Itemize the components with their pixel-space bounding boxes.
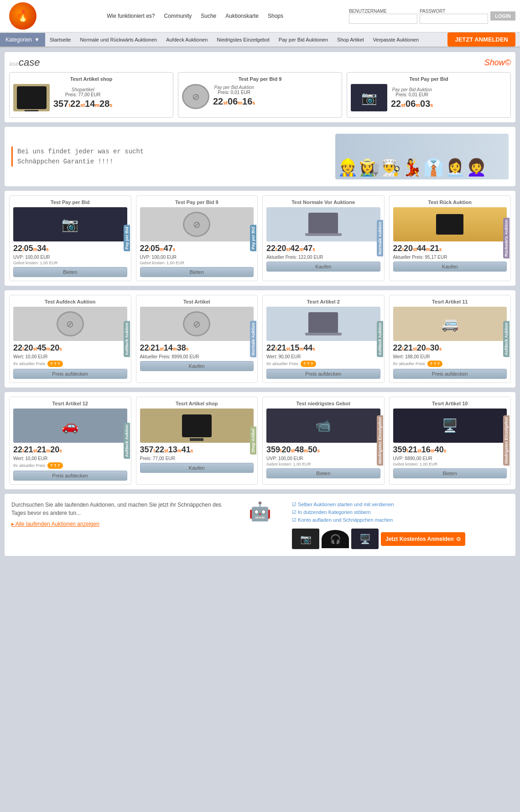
auction-grid-1: Pay per Bid Test Pay per Bid 📷 22t05m34s… <box>9 195 511 281</box>
card-niedrig1-title: Test niedrigstes Gebot <box>266 401 380 406</box>
logo-circle: 🔥 <box>9 2 36 30</box>
card-normale-img <box>266 207 380 241</box>
nav-shops[interactable]: Shops <box>268 13 283 19</box>
badge-ppb1: Pay per Bid <box>123 196 131 281</box>
auction-card-aufdeck3: Aufdeck Auktion Tesrt Artikel 11 🚐 22t21… <box>389 295 511 383</box>
subnav-normale[interactable]: Normale und Rückwärts Auktionen <box>75 33 161 46</box>
card-aufdeck1-title: Test Aufdeck Auktion <box>13 299 127 304</box>
nav-community[interactable]: Community <box>164 13 192 19</box>
logo-ase: ase <box>9 60 19 67</box>
card-aufdeck3-timer: 22t21st20m30s <box>393 343 507 353</box>
nav-suche[interactable]: Suche <box>201 13 216 19</box>
card-rueck-img <box>393 207 507 241</box>
card-aufdeck2-aktuell-row: Ihr aktueller Preis ? ? ? <box>266 361 380 367</box>
card-rueck-btn[interactable]: Kaufen <box>393 262 507 272</box>
header: 🔥 Wie funktioniert es? Community Suche A… <box>0 0 520 32</box>
footer-cta-mascot: 🤖 <box>237 501 283 522</box>
card-shop-title: Tesrt Artikel shop <box>140 401 254 406</box>
auction-card-art10: Niedrigstes Einzelgebot Tesrt Artikel 10… <box>389 397 511 485</box>
logo-flame: 🔥 <box>16 10 30 22</box>
login-area: BENUTZERNAME PASSWORT LOGIN <box>349 9 515 24</box>
card-normale2-aktuell: Aktueller Preis: 8999,00 EUR <box>140 354 254 359</box>
banner-line2: Schnäppchen Garantie !!!! <box>17 157 335 167</box>
card-aufdeck3-aktuell-row: Ihr aktueller Preis ? ? ? <box>393 361 507 367</box>
card-shop-btn[interactable]: Kaufen <box>140 463 254 473</box>
badge-rueck: Rückwärts Auktion <box>502 196 510 281</box>
card-aufdeck1-question: ? ? ? <box>47 361 63 367</box>
card-art10-btn[interactable]: Bieten <box>393 468 507 478</box>
subnav-verpasste[interactable]: Verpasste Auktionen <box>369 33 423 46</box>
footer-cta-right: Selber Auktionen starten und mit verdien… <box>292 501 509 549</box>
showcase-item-2-title: Test Pay per Bid 9 <box>182 76 338 82</box>
subnav-niedrigstes[interactable]: Niedrigstes Einzelgebot <box>212 33 274 46</box>
subnav-aufdeck[interactable]: Aufdeck Auktionen <box>161 33 212 46</box>
badge-shop-text: Shop Artikel <box>250 427 256 455</box>
badge-aufdeck2-text: Aufdeck Auktion <box>377 321 383 357</box>
auction-card-rueck: Rückwärts Auktion Test Rück Auktion 22t2… <box>389 195 511 281</box>
footer-cta-link[interactable]: ▸ Alle laufenden Auktionen anzeigen <box>11 521 99 527</box>
footer-cta-text: Durchsuchen Sie alle laufenden Auktionen… <box>11 501 228 517</box>
nav-wie[interactable]: Wie funktioniert es? <box>107 13 155 19</box>
showcase-item-1: Tesrt Artikel shop Shopartikel Preis: 77… <box>9 72 173 118</box>
subnav: Kategorien ▼ Startseite Normale und Rück… <box>0 32 520 47</box>
checklist-item-2: In dutzenden Kategorien stöbern <box>292 508 509 516</box>
kategorien[interactable]: Kategorien ▼ <box>0 33 45 47</box>
card-ppb1-btn[interactable]: Bieten <box>13 267 127 277</box>
card-aufdeck1-aktuell-label: Ihr aktueller Preis <box>13 361 45 366</box>
card-niedrig1-btn[interactable]: Bieten <box>266 468 380 478</box>
card-normale-btn[interactable]: Kaufen <box>266 262 380 272</box>
showcase-item-1-price: Preis: 77,00 EUR <box>53 92 112 97</box>
showcase-item-2: Test Pay per Bid 9 ⊘ Pay per Bid Auktion… <box>178 72 342 118</box>
mascot-icon: 🤖 <box>249 501 271 522</box>
banner: Bei uns findet jeder was er sucht Schnäp… <box>5 127 515 186</box>
product-images: 📷 🎧 🖥️ Jetzt Kostenlos Anmelden ⊙ <box>292 529 509 549</box>
badge-normale-text: Normale Auktion <box>377 220 383 257</box>
subnav-startseite[interactable]: Startseite <box>45 33 75 46</box>
password-input[interactable] <box>420 14 488 24</box>
banner-line1: Bei uns findet jeder was er sucht <box>17 147 335 157</box>
main-nav: Wie funktioniert es? Community Suche Auk… <box>41 13 349 19</box>
card-art10-title: Tesrt Artikel 10 <box>393 401 507 406</box>
showcase-item-2-type: Pay per Bid Auktion <box>213 85 255 90</box>
showcase-item-2-timer: 22st06m16s <box>213 96 255 107</box>
card-normale-timer: 22t20st42m47s <box>266 244 380 253</box>
badge-aufdeck3: Aufdeck Auktion <box>502 295 510 382</box>
laptop2-screen <box>308 312 338 333</box>
card-normale2-btn[interactable]: Kaufen <box>140 361 254 371</box>
auction-row-2: Aufdeck Auktion Test Aufdeck Auktion ⊘ 2… <box>5 290 515 388</box>
subnav-payperbid[interactable]: Pay per Bid Auktionen <box>274 33 333 46</box>
jetzt-anmelden-button[interactable]: JETZT ANMELDEN <box>447 32 515 47</box>
card-niedrig1-timer: 359t20st48m50s <box>266 445 380 455</box>
username-input[interactable] <box>349 14 417 24</box>
card-aufdeck3-aktuell-label: Ihr aktueller Preis <box>393 361 425 366</box>
subnav-shop[interactable]: Shop Artikel <box>333 33 369 46</box>
badge-aufdeck1: Aufdeck Auktion <box>123 295 131 382</box>
auction-card-normale: Normale Auktion Test Normale Vor Auktion… <box>262 195 385 281</box>
product-img-cam: 📷 <box>292 529 319 549</box>
card-shop-price: Preis: 77,00 EUR <box>140 456 254 461</box>
showcase-item-1-type: Shopartikel <box>53 87 112 92</box>
auction-row-1: Pay per Bid Test Pay per Bid 📷 22t05m34s… <box>5 191 515 286</box>
card-aufdeck1-timer: 22t20st45m20s <box>13 343 127 353</box>
auction-grid-3: Aufdeck Auktion Tesrt Artikel 12 🚗 22t21… <box>9 397 511 485</box>
laptop2-base <box>305 333 342 335</box>
footer-cta-left: Durchsuchen Sie alle laufenden Auktionen… <box>11 501 228 527</box>
card-ppb1-gebot: Gebot kosten: 1,00 EUR <box>13 261 127 265</box>
card-aufdeck1-btn[interactable]: Preis aufdecken <box>13 369 127 379</box>
card-aufdeck2-btn[interactable]: Preis aufdecken <box>266 369 380 379</box>
badge-ppb9: Pay per Bid <box>249 196 257 281</box>
card-art12-btn[interactable]: Preis aufdecken <box>13 471 127 481</box>
card-aufdeck3-wert: Wert: 188,00 EUR <box>393 354 507 359</box>
card-ppb9-btn[interactable]: Bieten <box>140 267 254 277</box>
card-niedrig1-uvp: UVP: 100,00 EUR <box>266 456 380 461</box>
card-shop-timer: 357t22st13m41s <box>140 445 254 455</box>
card-aufdeck3-btn[interactable]: Preis aufdecken <box>393 369 507 379</box>
nav-auktionskarte[interactable]: Auktionskarte <box>225 13 259 19</box>
card-rueck-aktuell: Aktueller Preis: 95,17 EUR <box>393 255 507 260</box>
card-shop-img <box>140 409 254 443</box>
login-button[interactable]: LOGIN <box>490 11 515 21</box>
logo-case: case <box>19 57 40 68</box>
showcase-show-label: Show© <box>484 58 511 68</box>
register-button[interactable]: Jetzt Kostenlos Anmelden ⊙ <box>381 532 465 546</box>
showcase-item-2-img: ⊘ <box>182 84 209 109</box>
